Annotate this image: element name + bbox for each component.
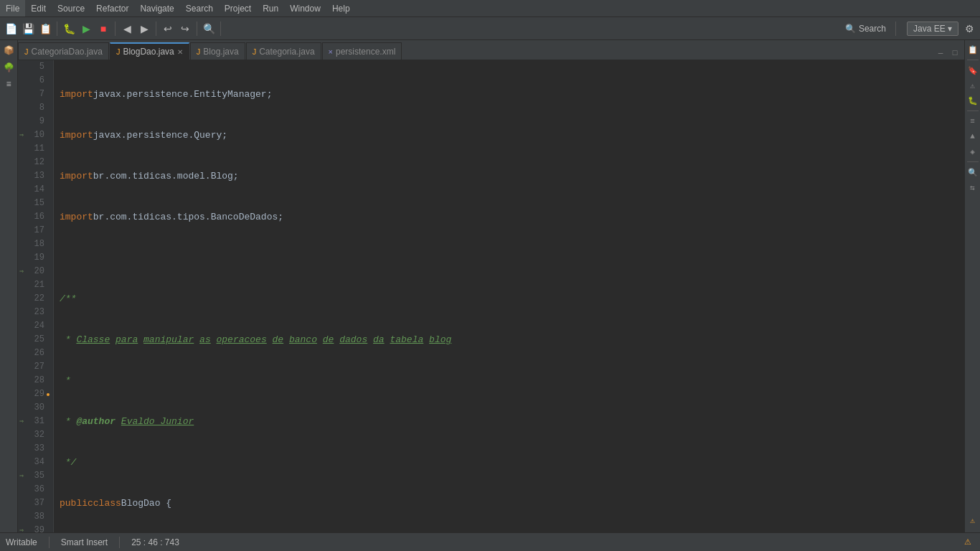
rs-sep-1 [967,60,979,60]
ln-6: 6 [18,74,49,88]
status-bar: Writable Smart Insert 25 : 46 : 743 ⚠ [0,532,980,551]
left-sidebar: 📦 🌳 ≡ [0,40,18,532]
undo-button[interactable]: ↩ [160,21,176,37]
search-area: 🔍 Search Java EE ▾ ⚙ [841,21,977,37]
status-notification-icon[interactable]: ⚠ [961,536,974,549]
java-icon: J [24,47,29,56]
ln-21: 21 [18,278,49,292]
perspective-button[interactable]: Java EE ▾ [907,22,958,36]
tab-controls: — □ [934,47,964,60]
menu-source[interactable]: Source [52,0,90,17]
save-all-button[interactable]: 📋 [37,21,53,37]
menu-project[interactable]: Project [219,0,257,17]
run-button[interactable]: ▶ [78,21,94,37]
tab-label: persistence.xml [336,47,395,57]
next-button[interactable]: ▶ [136,21,152,37]
ln-10: 10 [18,128,49,142]
tab-label: BlogDao.java [123,47,174,57]
line-numbers: 5 6 7 8 9 10 11 12 13 14 15 16 17 18 19 … [18,60,54,532]
minimize-editor-btn[interactable]: — [934,47,947,60]
status-right: ⚠ [961,536,974,549]
menu-navigate[interactable]: Navigate [134,0,179,17]
menu-help[interactable]: Help [326,0,356,17]
ln-35: 35 [18,469,49,483]
separator-3 [156,22,156,36]
perspective-label: Java EE [913,24,946,34]
separator-right [895,22,896,36]
rs-problems-icon[interactable]: ⚠ [966,79,979,92]
sidebar-outline[interactable]: ≡ [1,77,16,92]
new-button[interactable]: 📄 [3,21,19,37]
search-icon: 🔍 [845,24,856,34]
ln-24: 24 [18,319,49,333]
status-position: 25 : 46 : 743 [131,537,179,547]
ln-32: 32 [18,428,49,442]
menu-bar: File Edit Source Refactor Navigate Searc… [0,0,980,17]
rs-coverage-icon[interactable]: ◈ [966,145,979,158]
ln-27: 27 [18,360,49,374]
tab-close-blog-dao[interactable]: ✕ [177,48,183,56]
sidebar-hierarchy[interactable]: 🌳 [1,60,16,75]
tab-blog-dao[interactable]: J BlogDao.java ✕ [110,42,189,60]
editor-area: J CategoriaDao.java J BlogDao.java ✕ J B… [18,40,964,532]
tab-persistence-xml[interactable]: × persistence.xml [322,42,402,60]
menu-refactor[interactable]: Refactor [90,0,134,17]
code-line-5: import javax.persistence.EntityManager; [60,88,958,101]
rs-diff-icon[interactable]: ⇆ [966,181,979,194]
menu-edit[interactable]: Edit [25,0,52,17]
search-button[interactable]: 🔍 Search [841,22,890,35]
rs-bookmarks-icon[interactable]: 🔖 [966,64,979,77]
code-line-7: import br.com.tidicas.model.Blog; [60,169,958,183]
status-position-label: 25 : 46 : 743 [131,537,179,547]
rs-debug-icon[interactable]: 🐛 [966,94,979,107]
code-content[interactable]: import javax.persistence.EntityManager; … [54,60,964,532]
status-insert-mode[interactable]: Smart Insert [61,537,108,547]
open-type-button[interactable]: 🔍 [201,21,217,37]
java-icon: J [253,47,257,56]
ln-39: 39 [18,524,49,532]
stop-button[interactable]: ■ [95,21,111,37]
code-line-6: import javax.persistence.Query; [60,128,958,142]
java-icon: J [116,47,121,56]
rs-overview-icon[interactable]: ≡ [966,115,979,128]
tab-bar: J CategoriaDao.java J BlogDao.java ✕ J B… [18,40,964,60]
ln-12: 12 [18,156,49,169]
code-line-13: * @author Evaldo Junior [60,415,958,428]
code-editor[interactable]: 5 6 7 8 9 10 11 12 13 14 15 16 17 18 19 … [18,60,964,532]
tab-label: CategoriaDao.java [32,47,103,57]
code-line-15: public class BlogDao { [60,496,958,510]
menu-run[interactable]: Run [257,0,284,17]
menu-window[interactable]: Window [284,0,326,17]
ln-36: 36 [18,483,49,496]
menu-file[interactable]: File [0,0,25,17]
status-sep-1 [49,537,50,548]
status-writable[interactable]: Writable [6,537,37,547]
ln-17: 17 [18,224,49,237]
ln-11: 11 [18,142,49,156]
tab-categoria[interactable]: J Categoria.java [246,42,321,60]
ln-30: 30 [18,401,49,415]
save-button[interactable]: 💾 [20,21,36,37]
prev-button[interactable]: ◀ [119,21,135,37]
redo-button[interactable]: ↪ [177,21,193,37]
tab-categoria-dao[interactable]: J CategoriaDao.java [18,42,109,60]
menu-search[interactable]: Search [180,0,219,17]
rs-search-icon[interactable]: 🔍 [966,166,979,179]
java-icon: J [197,47,201,56]
debug-button[interactable]: 🐛 [61,21,77,37]
ln-15: 15 [18,197,49,210]
rs-changes-icon[interactable]: ▲ [966,130,979,143]
tab-label: Blog.java [203,47,238,57]
sidebar-package-explorer[interactable]: 📦 [1,43,16,57]
separator-4 [197,22,197,36]
ln-20: 20 [18,265,49,278]
tab-label: Categoria.java [259,47,314,57]
tab-blog[interactable]: J Blog.java [190,42,245,60]
ln-38: 38 [18,510,49,524]
rs-tasks-icon[interactable]: 📋 [966,43,979,56]
perspective-settings[interactable]: ⚙ [961,21,977,37]
maximize-editor-btn[interactable]: □ [948,47,961,60]
rs-warning-icon[interactable]: ⚠ [966,514,979,527]
toolbar: 📄 💾 📋 🐛 ▶ ■ ◀ ▶ ↩ ↪ 🔍 🔍 Search Java EE ▾… [0,17,980,40]
ln-33: 33 [18,442,49,456]
